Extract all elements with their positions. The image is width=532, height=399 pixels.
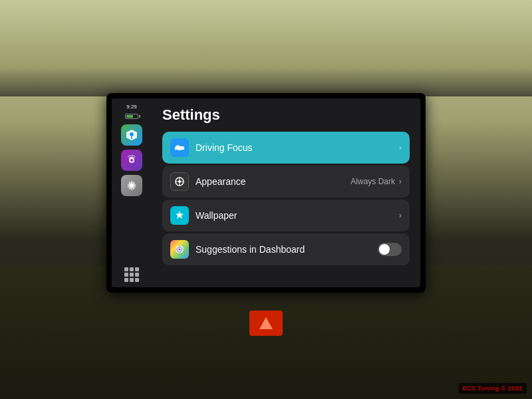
home-grid-button[interactable]	[124, 267, 139, 282]
sidebar-item-maps[interactable]	[121, 124, 142, 146]
wallpaper-label: Wallpaper	[196, 210, 399, 221]
appearance-label: Appearance	[196, 176, 350, 187]
hazard-icon	[259, 317, 273, 329]
sidebar: 9:29	[112, 98, 152, 287]
screen: 9:29	[112, 98, 420, 287]
svg-point-1	[130, 132, 134, 136]
sidebar-item-settings[interactable]	[121, 175, 142, 196]
sidebar-item-podcasts[interactable]	[121, 150, 142, 171]
hazard-button[interactable]	[249, 311, 283, 336]
page-title: Settings	[162, 106, 410, 124]
wallpaper-icon	[170, 206, 189, 225]
wallpaper-item[interactable]: Wallpaper ›	[162, 200, 410, 231]
svg-rect-7	[176, 145, 180, 148]
car-dashboard: 9:29	[0, 0, 532, 399]
driving-focus-item[interactable]: Driving Focus ›	[162, 132, 410, 164]
svg-point-4	[130, 159, 133, 162]
battery-indicator	[125, 114, 138, 119]
dashboard-top	[0, 0, 532, 96]
battery-fill	[126, 115, 133, 118]
suggestions-toggle[interactable]	[378, 243, 402, 256]
appearance-icon	[170, 172, 189, 191]
screen-bezel: 9:29	[106, 93, 426, 293]
appearance-item[interactable]: Appearance Always Dark ›	[162, 166, 410, 198]
suggestions-label: Suggestions in Dashboard	[196, 244, 378, 255]
svg-point-9	[182, 150, 184, 152]
settings-list: Driving Focus › Ap	[162, 132, 410, 265]
main-content: Settings Driving Focus	[152, 98, 420, 287]
driving-focus-chevron: ›	[399, 143, 402, 152]
clock: 9:29	[126, 104, 137, 110]
suggestions-dashboard-item[interactable]: Suggestions in Dashboard	[162, 233, 410, 265]
appearance-chevron: ›	[399, 177, 402, 186]
svg-point-8	[176, 150, 178, 152]
wallpaper-chevron: ›	[399, 211, 402, 220]
appearance-value: Always Dark	[350, 177, 395, 186]
ecs-logo: ECS Tuning © 2022	[459, 383, 527, 394]
suggestions-icon	[170, 240, 189, 259]
svg-point-11	[178, 180, 181, 183]
driving-focus-label: Driving Focus	[196, 142, 399, 153]
driving-focus-icon	[170, 138, 189, 157]
svg-point-15	[179, 249, 181, 251]
